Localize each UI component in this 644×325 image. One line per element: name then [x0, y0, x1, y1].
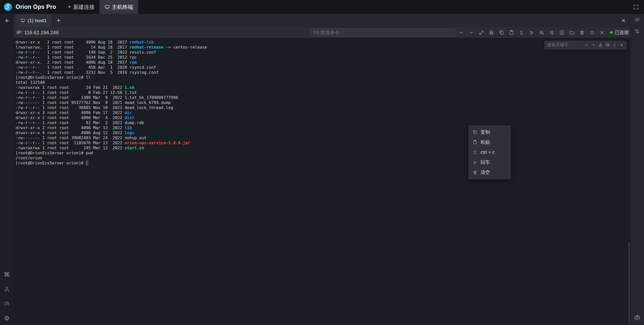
context-paste[interactable]: 粘贴: [469, 137, 510, 147]
settings-button[interactable]: ⚙: [3, 314, 11, 322]
power-icon: [589, 30, 595, 35]
terminal-line: -rw------- 1 root root 39082493 Mar 24 2…: [16, 135, 630, 140]
paste-icon: [473, 140, 477, 145]
app-window: Orion Ops Pro + 新建连接 主机终端 + ⌘ ⚙: [0, 0, 644, 325]
app-logo-icon: [4, 3, 13, 12]
terminal-tab-icon: [21, 18, 25, 23]
whole-word-button[interactable]: W: [605, 42, 611, 48]
trash-icon: [579, 30, 585, 35]
sigma-icon: [519, 30, 524, 35]
search-input[interactable]: [547, 43, 582, 48]
terminal-line: drwxr-xr-x 2 root root 4096 Aug 18 2017 …: [16, 40, 630, 45]
fullscreen-button[interactable]: [633, 4, 639, 10]
context-clear[interactable]: 清空: [469, 167, 510, 177]
host-ip-label: IP: 116.62.194.246: [17, 27, 59, 38]
paste-icon: [509, 30, 514, 35]
terminal-screen[interactable]: drwxr-xr-x 2 root root 4096 Aug 18 2017 …: [14, 38, 630, 325]
copy-icon: [473, 130, 477, 134]
regex-button[interactable]: I: [612, 42, 618, 48]
terminal-line: -rw-r--r--. 1 root root 3232 Nov 5 2016 …: [16, 70, 630, 75]
match-case-button[interactable]: A: [597, 42, 603, 48]
context-enter-label: 回车: [480, 159, 490, 166]
copy-button[interactable]: [498, 29, 504, 35]
camera-icon: [634, 314, 640, 320]
terminal-line: [root@OrionEcsServer orion]#: [16, 161, 630, 166]
status-label: 已连接: [615, 29, 629, 36]
disconnect-button[interactable]: [589, 29, 595, 35]
chevron-up-icon: [584, 43, 588, 47]
terminal-tab-strip: (1) host1 + ×: [14, 14, 630, 27]
user-icon: [4, 286, 10, 292]
terminal-monitor-icon: [105, 5, 110, 10]
terminal-line: -rw-r--r-- 1 root root 149 Sep 2 2022 re…: [16, 50, 630, 55]
right-sidebar: [630, 14, 644, 325]
terminal-line: /root/orion: [16, 156, 630, 161]
code-icon: [634, 17, 640, 23]
zoom-out-button[interactable]: [549, 29, 555, 35]
scroll-bottom-button[interactable]: [468, 29, 474, 35]
context-ctrl-c[interactable]: ctrl + c: [469, 147, 510, 157]
dashboard-button[interactable]: [3, 300, 11, 307]
search-next-button[interactable]: [590, 42, 596, 48]
scroll-top-button[interactable]: [458, 29, 464, 35]
trash-icon: [473, 170, 477, 175]
status-dot: [610, 31, 613, 34]
terminal-search-widget: A W I ×: [544, 41, 626, 49]
user-button[interactable]: [3, 285, 11, 293]
open-fullscreen-button[interactable]: [478, 29, 484, 35]
ctrl-c-button[interactable]: [518, 29, 525, 35]
search-in-terminal-button[interactable]: [488, 29, 494, 35]
left-sidebar-bottom: ⌘ ⚙: [0, 271, 14, 322]
paste-button[interactable]: [508, 29, 514, 35]
terminal-output: drwxr-xr-x 2 root root 4096 Aug 18 2017 …: [16, 40, 630, 166]
command-icon: ⌘: [4, 271, 10, 278]
add-session-button[interactable]: +: [0, 14, 14, 27]
screenshot-button[interactable]: [630, 311, 644, 323]
code-panel-button[interactable]: [630, 14, 644, 25]
new-connection-button[interactable]: + 新建连接: [63, 0, 99, 14]
sort-arrows-icon: [634, 28, 640, 34]
context-enter[interactable]: 回车: [469, 157, 510, 167]
close-terminal-button[interactable]: [599, 29, 605, 35]
sort-scroll-button[interactable]: [630, 25, 644, 37]
terminal-line: -rw-r--r-- 1 root root 0 Feb 27 12:56 1.…: [16, 90, 630, 95]
terminal-line: drwxr-xr-x 3 root root 4096 Feb 17 2022 …: [16, 110, 630, 115]
sftp-files-button[interactable]: [569, 29, 575, 35]
clear-screen-button[interactable]: [579, 29, 585, 35]
sigma-icon: [473, 150, 477, 155]
terminal-line: -rwxrwxrwx 1 root root 24 Feb 21 2022 1.…: [16, 85, 630, 90]
doc-search-icon: [489, 30, 494, 35]
chevron-up-icon: [459, 30, 464, 35]
terminal-line: drwxr-xr-x 2 root root 4096 Mar 4 2022 d…: [16, 115, 630, 120]
play-icon: [529, 30, 534, 35]
play-icon: [473, 160, 477, 165]
context-copy[interactable]: 复制: [469, 127, 510, 137]
zoom-in-button[interactable]: [539, 29, 545, 35]
select-mode-button[interactable]: [559, 29, 565, 35]
search-prev-button[interactable]: [583, 42, 589, 48]
new-tab-button[interactable]: +: [57, 17, 61, 24]
command-shortcuts-button[interactable]: ⌘: [3, 271, 11, 278]
left-sidebar: + ⌘ ⚙: [0, 14, 14, 325]
send-command-input[interactable]: [310, 28, 455, 37]
terminal-line: drwxr-xr-x. 2 root root 4096 Aug 18 2017…: [16, 60, 630, 65]
context-paste-label: 粘贴: [480, 139, 490, 146]
terminal-line: -rw-r--r-- 1 root root 36885 Nov 10 2021…: [16, 105, 630, 110]
copy-icon: [499, 30, 504, 35]
nav-host-terminal[interactable]: 主机终端: [100, 0, 138, 14]
terminal-line: -rw-r--r-- 1 root root 92 Mar 2 2022 dum…: [16, 120, 630, 125]
context-copy-label: 复制: [480, 129, 490, 135]
terminal-scrollbar[interactable]: [629, 242, 630, 324]
terminal-line: -rw-r--r-- 1 root root 1309 Mar 9 2022 1…: [16, 95, 630, 100]
tab-host1[interactable]: (1) host1: [16, 14, 52, 27]
plus-icon: +: [68, 4, 71, 10]
send-enter-button[interactable]: [529, 29, 535, 35]
check-square-icon: [559, 30, 565, 35]
terminal-line: drwxr-xr-x 2 root root 4096 Mar 13 2022 …: [16, 125, 630, 130]
search-close-button[interactable]: ×: [619, 42, 625, 48]
terminal-toolbar: IP: 116.62.194.246 已连: [14, 27, 630, 38]
close-all-button[interactable]: ×: [622, 14, 625, 27]
terminal-line: lrwxrwxrwx. 1 root root 14 Aug 18 2017 r…: [16, 45, 630, 50]
toolbar-icons: 已连接: [458, 27, 629, 38]
zoom-in-icon: [539, 30, 544, 35]
